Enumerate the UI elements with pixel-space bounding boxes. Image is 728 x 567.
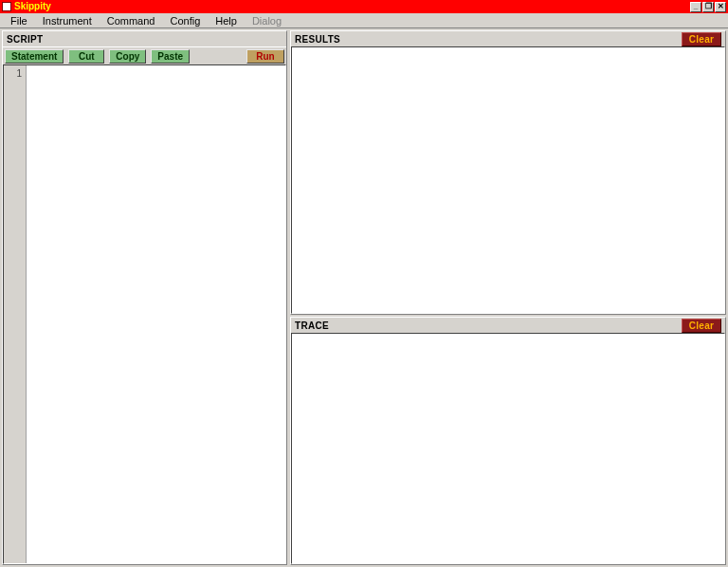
app-icon xyxy=(2,2,11,11)
results-panel-header: RESULTS Clear xyxy=(291,31,725,46)
script-toolbar: Statement Cut Copy Paste Run xyxy=(3,46,286,64)
trace-panel-header: TRACE Clear xyxy=(291,318,725,333)
script-editor[interactable] xyxy=(27,65,285,563)
results-panel-title: RESULTS xyxy=(295,34,340,45)
menu-instrument[interactable]: Instrument xyxy=(35,14,100,27)
copy-button[interactable]: Copy xyxy=(109,49,146,64)
maximize-button[interactable]: ❐ xyxy=(702,2,714,12)
script-panel-header: SCRIPT xyxy=(3,31,286,46)
menu-command[interactable]: Command xyxy=(100,14,163,27)
statement-button[interactable]: Statement xyxy=(5,49,64,64)
script-gutter: 1 xyxy=(4,65,27,563)
minimize-button[interactable]: _ xyxy=(690,2,701,12)
close-button[interactable]: ✕ xyxy=(715,2,726,12)
menu-help[interactable]: Help xyxy=(208,14,245,27)
script-column: SCRIPT Statement Cut Copy Paste Run 1 xyxy=(1,29,288,566)
trace-panel-title: TRACE xyxy=(295,320,329,331)
script-panel: SCRIPT Statement Cut Copy Paste Run 1 xyxy=(2,30,287,565)
script-panel-title: SCRIPT xyxy=(7,34,43,45)
main-area: SCRIPT Statement Cut Copy Paste Run 1 RE… xyxy=(0,28,728,567)
results-panel: RESULTS Clear xyxy=(290,30,726,315)
script-editor-well: 1 xyxy=(3,64,286,564)
menu-bar: File Instrument Command Config Help Dial… xyxy=(0,13,728,28)
run-button[interactable]: Run xyxy=(246,49,284,64)
right-column: RESULTS Clear TRACE Clear xyxy=(289,29,727,566)
trace-clear-button[interactable]: Clear xyxy=(682,319,721,333)
results-output[interactable] xyxy=(291,46,725,314)
results-clear-button[interactable]: Clear xyxy=(682,32,721,46)
window-title: Skippity xyxy=(14,0,51,13)
trace-output[interactable] xyxy=(291,333,725,564)
cut-button[interactable]: Cut xyxy=(68,49,104,64)
menu-file[interactable]: File xyxy=(3,14,35,27)
line-number: 1 xyxy=(4,68,22,79)
menu-config[interactable]: Config xyxy=(162,14,208,27)
title-bar: Skippity _ ❐ ✕ xyxy=(0,0,728,13)
paste-button[interactable]: Paste xyxy=(151,49,190,64)
menu-dialog: Dialog xyxy=(245,14,289,27)
trace-panel: TRACE Clear xyxy=(290,317,726,565)
